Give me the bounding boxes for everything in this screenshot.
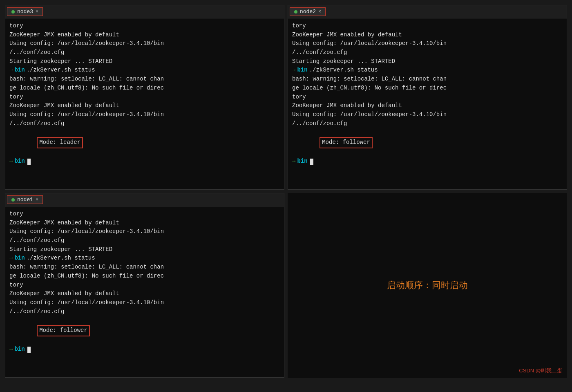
line-config2-n2: /../conf/zoo.cfg <box>292 48 563 57</box>
line-jmx1-n2: ZooKeeper JMX enabled by default <box>292 31 563 40</box>
tab-bar-node3: node3 × <box>5 5 284 18</box>
prompt-bin-end-n1: bin <box>14 345 25 354</box>
tab-bar-node2: node2 × <box>288 5 567 18</box>
annotation-text: 启动顺序：同时启动 <box>387 279 468 291</box>
prompt-arrow-end-n1: → <box>9 345 13 354</box>
prompt-arrow-end-n2: → <box>292 157 295 166</box>
csdn-watermark: CSDN @叫我二蛋 <box>519 367 562 374</box>
line-config1-n3: Using config: /usr/local/zookeeper-3.4.1… <box>9 39 280 48</box>
line-tory-n2: tory <box>292 22 563 31</box>
terminal-node3: node3 × tory ZooKeeper JMX enabled by de… <box>5 5 284 190</box>
tab-bar-node1: node1 × <box>5 193 284 206</box>
tab-label-node3: node3 <box>17 9 33 15</box>
mode-line-n1: Mode: follower <box>9 316 280 345</box>
mode-line-n2: Mode: follower <box>292 128 563 157</box>
line-tory-n1: tory <box>9 210 280 219</box>
prompt-bin-n2: bin <box>297 66 307 75</box>
terminal-node1: node1 × tory ZooKeeper JMX enabled by de… <box>5 193 284 378</box>
mode-highlight-n2: Mode: follower <box>320 137 373 148</box>
tab-close-node1[interactable]: × <box>36 197 38 203</box>
line-jmx1-n3: ZooKeeper JMX enabled by default <box>9 31 280 40</box>
tab-status-dot-n1 <box>11 198 15 202</box>
tab-status-dot-n2 <box>294 10 297 13</box>
prompt-cmd-n3: ./zkServer.sh status <box>27 66 95 75</box>
prompt-status-n2: → bin ./zkServer.sh status <box>292 66 563 75</box>
tab-label-node2: node2 <box>300 9 316 15</box>
line-jmx1-n1: ZooKeeper JMX enabled by default <box>9 219 280 228</box>
prompt-bin-end-n2: bin <box>297 157 307 166</box>
terminal-content-node1: tory ZooKeeper JMX enabled by default Us… <box>5 206 284 377</box>
prompt-bin-end-n3: bin <box>14 157 25 166</box>
line-config2-n1: /../conf/zoo.cfg <box>9 236 280 245</box>
line-bash-warn2-n1: ge locale (zh_CN.utf8): No such file or … <box>9 272 280 281</box>
line-config1-n1: Using config: /usr/local/zookeeper-3.4.1… <box>9 227 280 236</box>
prompt-cmd-n2: ./zkServer.sh status <box>309 66 378 75</box>
tab-status-dot <box>11 10 15 13</box>
prompt-end-n1: → bin <box>9 345 280 354</box>
line-config3-n1: Using config: /usr/local/zookeeper-3.4.1… <box>9 298 280 307</box>
prompt-arrow-n1: → <box>9 254 13 263</box>
line-tory2-n1: tory <box>9 281 280 290</box>
line-jmx2-n1: ZooKeeper JMX enabled by default <box>9 289 280 298</box>
line-config4-n2: /../conf/zoo.cfg <box>292 119 563 128</box>
prompt-cmd-n1: ./zkServer.sh status <box>27 254 95 263</box>
tab-node2[interactable]: node2 × <box>290 7 326 16</box>
line-bash-warn1-n1: bash: warning: setlocale: LC_ALL: cannot… <box>9 263 280 272</box>
mode-highlight-n1: Mode: follower <box>37 325 90 336</box>
line-config4-n1: /../conf/zoo.cfg <box>9 307 280 316</box>
cursor-n1 <box>27 347 31 353</box>
terminal-content-node2: tory ZooKeeper JMX enabled by default Us… <box>288 18 567 189</box>
line-bash-warn2-n2: ge locale (zh_CN.utf8): No such file or … <box>292 84 563 93</box>
line-config3-n3: Using config: /usr/local/zookeeper-3.4.1… <box>9 110 280 119</box>
line-config2-n3: /../conf/zoo.cfg <box>9 48 280 57</box>
cursor-n3 <box>27 159 31 165</box>
cursor-n2 <box>310 159 313 165</box>
prompt-arrow-n3: → <box>9 66 13 75</box>
line-config3-n2: Using config: /usr/local/zookeeper-3.4.1… <box>292 110 563 119</box>
terminal-node2: node2 × tory ZooKeeper JMX enabled by de… <box>288 5 567 190</box>
prompt-arrow-n2: → <box>292 66 295 75</box>
terminal-content-node3: tory ZooKeeper JMX enabled by default Us… <box>5 18 284 189</box>
prompt-end-n3: → bin <box>9 157 280 166</box>
line-bash-warn1-n2: bash: warning: setlocale: LC_ALL: cannot… <box>292 75 563 84</box>
line-tory-n3: tory <box>9 22 280 31</box>
line-jmx2-n2: ZooKeeper JMX enabled by default <box>292 101 563 110</box>
line-bash-warn2-n3: ge locale (zh_CN.utf8): No such file or … <box>9 84 280 93</box>
tab-close-node2[interactable]: × <box>318 9 321 15</box>
prompt-end-n2: → bin <box>292 157 563 166</box>
prompt-arrow-end-n3: → <box>9 157 13 166</box>
tab-node3[interactable]: node3 × <box>7 7 43 16</box>
prompt-bin-n1: bin <box>14 254 25 263</box>
mode-line-n3: Mode: leader <box>9 128 280 157</box>
prompt-status-n1: → bin ./zkServer.sh status <box>9 254 280 263</box>
mode-highlight-n3: Mode: leader <box>37 137 83 148</box>
line-tory2-n2: tory <box>292 93 563 102</box>
line-started-n1: Starting zookeeper ... STARTED <box>9 245 280 254</box>
tab-close-node3[interactable]: × <box>36 9 38 15</box>
line-started-n3: Starting zookeeper ... STARTED <box>9 57 280 66</box>
annotation-panel: 启动顺序：同时启动 CSDN @叫我二蛋 <box>288 193 567 378</box>
line-bash-warn1-n3: bash: warning: setlocale: LC_ALL: cannot… <box>9 75 280 84</box>
tab-node1[interactable]: node1 × <box>7 195 43 204</box>
line-started-n2: Starting zookeeper ... STARTED <box>292 57 563 66</box>
line-config4-n3: /../conf/zoo.cfg <box>9 119 280 128</box>
line-tory2-n3: tory <box>9 93 280 102</box>
line-config1-n2: Using config: /usr/local/zookeeper-3.4.1… <box>292 39 563 48</box>
tab-label-node1: node1 <box>17 197 33 203</box>
line-jmx2-n3: ZooKeeper JMX enabled by default <box>9 101 280 110</box>
prompt-status-n3: → bin ./zkServer.sh status <box>9 66 280 75</box>
prompt-bin-n3: bin <box>14 66 25 75</box>
